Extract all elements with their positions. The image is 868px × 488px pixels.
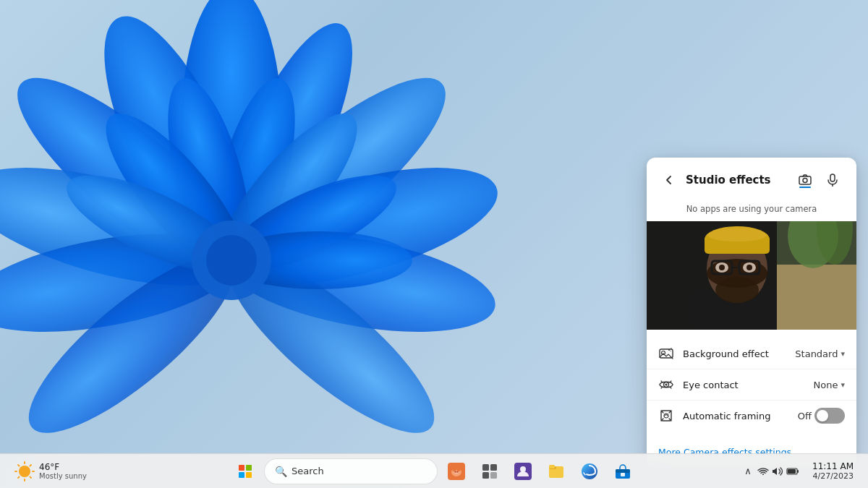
weather-widget[interactable]: 46°F Mostly sunny: [9, 458, 93, 484]
start-button[interactable]: [231, 457, 260, 486]
svg-rect-72: [482, 472, 489, 479]
svg-rect-84: [797, 470, 799, 473]
win-logo-red: [239, 465, 244, 471]
svg-rect-81: [616, 469, 630, 473]
win-logo-blue: [239, 472, 244, 478]
background-effect-chevron: ▾: [841, 349, 845, 359]
eye-contact-current: None: [814, 380, 838, 390]
weather-temperature: 46°F: [39, 462, 87, 472]
wifi-icon: [757, 466, 769, 477]
taskbar-microsoft-store[interactable]: [608, 457, 637, 486]
svg-rect-22: [830, 174, 835, 181]
eye-contact-row[interactable]: Eye contact None ▾: [647, 369, 856, 401]
automatic-framing-current: Off: [798, 411, 812, 421]
taskbar-task-view[interactable]: [475, 457, 504, 486]
system-tray[interactable]: ∧: [736, 463, 805, 480]
microsoft-store-icon: [614, 463, 631, 480]
weather-description: Mostly sunny: [39, 472, 87, 480]
svg-point-48: [671, 348, 672, 349]
svg-rect-82: [621, 473, 625, 476]
win-logo-green: [246, 465, 252, 471]
camera-active-indicator: [799, 187, 811, 188]
background-effect-current: Standard: [795, 348, 838, 359]
camera-feed: [647, 221, 856, 330]
svg-line-61: [30, 465, 32, 466]
svg-point-35: [708, 230, 766, 241]
tray-expand-icon: ∧: [741, 466, 754, 476]
svg-rect-20: [799, 176, 811, 184]
svg-point-49: [670, 351, 671, 351]
task-view-icon: [482, 463, 498, 479]
taskbar-teams-chat[interactable]: [509, 457, 537, 486]
battery-icon: [786, 466, 799, 477]
back-button[interactable]: [658, 169, 680, 191]
svg-point-75: [520, 466, 526, 472]
background-effect-row[interactable]: Background effect Standard ▾: [647, 338, 856, 369]
svg-point-43: [719, 265, 725, 270]
panel-title: Studio effects: [686, 174, 787, 187]
weather-icon: [14, 461, 35, 481]
svg-point-37: [715, 277, 759, 303]
camera-icon-button[interactable]: [793, 168, 817, 192]
taskbar-pig-app[interactable]: [442, 457, 471, 486]
toggle-knob: [817, 410, 828, 421]
svg-rect-78: [549, 465, 555, 468]
svg-rect-70: [482, 464, 489, 471]
taskbar: 46°F Mostly sunny 🔍 Search: [0, 453, 868, 488]
svg-rect-73: [490, 472, 497, 479]
eye-contact-value[interactable]: None ▾: [814, 380, 845, 390]
clock-date: 4/27/2023: [813, 471, 854, 481]
search-icon: 🔍: [275, 466, 287, 477]
svg-point-44: [746, 265, 752, 270]
desktop: Studio effects: [0, 0, 868, 488]
eye-contact-chevron: ▾: [841, 380, 845, 390]
wallpaper-flower: [0, 0, 608, 488]
volume-icon: [772, 466, 783, 477]
svg-line-62: [18, 476, 20, 478]
svg-point-51: [665, 384, 668, 386]
svg-point-68: [452, 466, 456, 471]
taskbar-edge-browser[interactable]: [575, 457, 604, 486]
svg-point-19: [206, 235, 257, 286]
camera-preview: [647, 221, 856, 330]
automatic-framing-toggle[interactable]: [814, 408, 845, 424]
studio-effects-panel: Studio effects: [647, 158, 856, 468]
automatic-framing-icon: [658, 408, 674, 424]
weather-info: 46°F Mostly sunny: [39, 462, 87, 480]
background-effect-label: Background effect: [683, 348, 786, 359]
svg-point-69: [456, 466, 461, 471]
svg-rect-27: [777, 265, 856, 330]
svg-line-59: [18, 465, 20, 466]
search-bar[interactable]: 🔍 Search: [264, 458, 438, 484]
pig-app-icon: [448, 463, 465, 480]
clock-area[interactable]: 11:11 AM 4/27/2023: [807, 458, 859, 484]
svg-point-53: [664, 414, 668, 418]
svg-rect-71: [490, 464, 497, 471]
eye-contact-label: Eye contact: [683, 380, 805, 390]
automatic-framing-label: Automatic framing: [683, 411, 789, 421]
search-label: Search: [292, 466, 324, 476]
taskbar-right: ∧: [736, 458, 859, 484]
camera-status-text: No apps are using your camera: [647, 200, 856, 221]
background-effect-value[interactable]: Standard ▾: [795, 348, 845, 359]
panel-header: Studio effects: [647, 158, 856, 200]
panel-header-icons: [793, 168, 845, 192]
taskbar-file-explorer[interactable]: [542, 457, 571, 486]
automatic-framing-row[interactable]: Automatic framing Off: [647, 401, 856, 431]
edge-browser-icon: [581, 463, 598, 480]
eye-contact-icon: [658, 377, 674, 393]
teams-chat-icon: [514, 463, 532, 480]
panel-settings: Background effect Standard ▾: [647, 330, 856, 440]
svg-rect-85: [788, 469, 796, 474]
microphone-icon-button[interactable]: [820, 168, 845, 192]
win-logo-yellow: [246, 472, 252, 478]
taskbar-left: 46°F Mostly sunny: [9, 458, 124, 484]
background-effect-icon: [658, 346, 674, 361]
taskbar-center: 🔍 Search: [231, 457, 637, 486]
svg-point-47: [668, 349, 670, 351]
clock-time: 11:11 AM: [812, 461, 854, 471]
svg-point-54: [19, 466, 30, 477]
file-explorer-icon: [548, 463, 565, 480]
svg-point-21: [803, 179, 807, 183]
windows-logo: [239, 465, 252, 478]
